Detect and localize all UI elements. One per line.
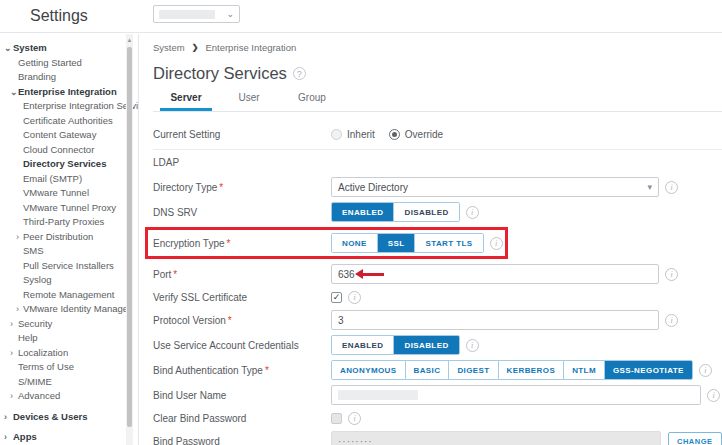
radio-inherit[interactable]: Inherit [331, 129, 375, 140]
info-icon[interactable]: i [699, 364, 712, 377]
change-password-button[interactable]: CHANGE [668, 432, 722, 445]
sidebar-item-security[interactable]: ›Security [0, 317, 138, 332]
chevron-down-icon: ⌄ [10, 85, 18, 100]
bind-user-name-input[interactable] [331, 385, 701, 405]
sidebar-scrollbar[interactable]: ▲ [126, 34, 133, 445]
radio-button-icon [331, 129, 342, 140]
tab-group[interactable]: Group [286, 92, 338, 111]
sidebar-item-peer-distribution[interactable]: ›Peer Distribution [0, 230, 138, 245]
bind-password-input: ········ [331, 431, 661, 445]
dns-srv-enabled-button[interactable]: ENABLED [332, 203, 394, 221]
bind-auth-digest-button[interactable]: DIGEST [449, 361, 498, 379]
sidebar-item-system[interactable]: ⌄System [0, 41, 138, 56]
breadcrumb-enterprise-integration[interactable]: Enterprise Integration [205, 42, 296, 53]
sidebar-item-sms[interactable]: SMS [0, 244, 138, 259]
info-icon[interactable]: i [707, 389, 720, 402]
info-icon[interactable]: i [665, 314, 678, 327]
sidebar-item-third-party-proxies[interactable]: Third-Party Proxies [0, 215, 138, 230]
port-input[interactable]: 636 [331, 264, 659, 284]
sidebar-item-enterprise-integration-services[interactable]: Enterprise Integration Services [0, 99, 138, 114]
chevron-down-icon: ⌄ [4, 41, 12, 56]
info-icon[interactable]: i [466, 339, 479, 352]
info-icon[interactable]: i [466, 206, 479, 219]
help-icon[interactable]: ? [293, 67, 306, 80]
sidebar-item-terms-of-use[interactable]: Terms of Use [0, 360, 138, 375]
sidebar-item-getting-started[interactable]: Getting Started [0, 56, 138, 71]
service-account-disabled-button[interactable]: DISABLED [394, 336, 458, 354]
info-icon[interactable]: i [348, 291, 361, 304]
encryption-starttls-button[interactable]: START TLS [415, 234, 482, 252]
verify-ssl-checkbox[interactable]: ✓ [331, 292, 342, 303]
dns-srv-disabled-button[interactable]: DISABLED [394, 203, 458, 221]
chevron-right-icon: › [4, 410, 7, 425]
annotation-arrow [358, 273, 384, 276]
field-label: Protocol Version* [153, 315, 331, 326]
sidebar-item-advanced[interactable]: ›Advanced [0, 389, 138, 404]
sidebar-item-vmware-tunnel[interactable]: VMware Tunnel [0, 186, 138, 201]
row-bind-authentication-type: Bind Authentication Type* ANONYMOUS BASI… [153, 360, 722, 380]
bind-auth-ntlm-button[interactable]: NTLM [564, 361, 605, 379]
field-label: Verify SSL Certificate [153, 292, 331, 303]
tab-bar: Server User Group [153, 92, 722, 112]
encryption-none-button[interactable]: NONE [332, 234, 378, 252]
chevron-right-icon: › [4, 430, 7, 445]
sidebar-item-help[interactable]: Help [0, 331, 138, 346]
radio-override[interactable]: Override [389, 129, 443, 140]
section-divider [153, 149, 722, 150]
scroll-up-icon[interactable]: ▲ [126, 35, 133, 45]
encryption-ssl-button[interactable]: SSL [378, 234, 416, 252]
sidebar-item-smime[interactable]: S/MIME [0, 375, 138, 390]
bind-auth-basic-button[interactable]: BASIC [406, 361, 450, 379]
sidebar-item-pull-service-installers[interactable]: Pull Service Installers [0, 259, 138, 274]
info-icon[interactable]: i [490, 237, 503, 250]
page-title: Directory Services ? [153, 64, 722, 83]
sidebar-item-certificate-authorities[interactable]: Certificate Authorities [0, 114, 138, 129]
tab-user[interactable]: User [223, 92, 275, 111]
chevron-right-icon: › [16, 302, 19, 317]
main-content: System ❯ Enterprise Integration Director… [140, 34, 722, 445]
caret-down-icon: ▾ [647, 183, 652, 192]
bind-auth-kerberos-button[interactable]: KERBEROS [499, 361, 565, 379]
sidebar-item-apps[interactable]: ›Apps [0, 430, 138, 445]
info-icon[interactable]: i [348, 412, 361, 425]
breadcrumb-system[interactable]: System [153, 42, 185, 53]
sidebar-item-vmware-identity-manager[interactable]: ›VMware Identity Manager [0, 302, 138, 317]
dns-srv-toggle: ENABLED DISABLED [331, 202, 460, 222]
sidebar-item-branding[interactable]: Branding [0, 70, 138, 85]
row-use-service-account-credentials: Use Service Account Credentials ENABLED … [153, 335, 722, 355]
sidebar-item-remote-management[interactable]: Remote Management [0, 288, 138, 303]
breadcrumb: System ❯ Enterprise Integration [153, 42, 722, 53]
sidebar-item-email-smtp[interactable]: Email (SMTP) [0, 172, 138, 187]
top-bar: Settings ⌄ [0, 0, 722, 33]
clear-bind-password-checkbox[interactable] [331, 413, 342, 424]
directory-type-select[interactable]: Active Directory ▾ [331, 177, 659, 197]
row-bind-user-name: Bind User Name i [153, 385, 722, 405]
sidebar-item-directory-services[interactable]: Directory Services [0, 157, 138, 172]
bind-auth-gss-negotiate-button[interactable]: GSS-NEGOTIATE [605, 361, 692, 379]
service-account-enabled-button[interactable]: ENABLED [332, 336, 394, 354]
row-protocol-version: Protocol Version* 3 i [153, 310, 722, 330]
directory-services-form: Current Setting Inherit Override LDAP Di… [153, 124, 722, 445]
ldap-section-header: LDAP [153, 157, 722, 168]
info-icon[interactable]: i [665, 181, 678, 194]
sidebar-item-vmware-tunnel-proxy[interactable]: VMware Tunnel Proxy [0, 201, 138, 216]
field-label: Port* [153, 269, 331, 280]
sidebar-item-devices-and-users[interactable]: ›Devices & Users [0, 410, 138, 425]
field-label: Directory Type* [153, 182, 331, 193]
tab-server[interactable]: Server [160, 92, 212, 111]
sidebar-item-content-gateway[interactable]: Content Gateway [0, 128, 138, 143]
sidebar-item-enterprise-integration[interactable]: ⌄Enterprise Integration [0, 85, 138, 100]
chevron-right-icon: › [10, 389, 13, 404]
settings-window: Settings ⌄ ⌄System Getting Started Brand… [0, 0, 722, 445]
scrollbar-thumb[interactable] [127, 47, 132, 427]
info-icon[interactable]: i [665, 268, 678, 281]
organization-group-selector[interactable]: ⌄ [153, 5, 240, 23]
protocol-version-input[interactable]: 3 [331, 310, 659, 330]
sidebar-item-localization[interactable]: ›Localization [0, 346, 138, 361]
sidebar-item-cloud-connector[interactable]: Cloud Connector [0, 143, 138, 158]
bind-auth-anonymous-button[interactable]: ANONYMOUS [332, 361, 406, 379]
highlight-box: Encryption Type* NONE SSL START TLS i [145, 227, 508, 259]
sidebar-item-syslog[interactable]: Syslog [0, 273, 138, 288]
field-label: Encryption Type* [153, 238, 331, 249]
redacted-text [159, 10, 215, 19]
